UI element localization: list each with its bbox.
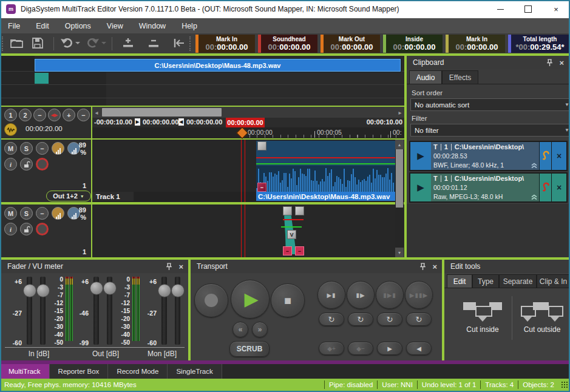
zoom-in-button[interactable] (120, 37, 136, 49)
overview-clip-track2[interactable] (35, 73, 49, 84)
scroll-right-arrow[interactable]: ▸ (396, 107, 404, 118)
clip-fade-handle[interactable] (257, 141, 266, 150)
clip-green-level-line[interactable] (256, 163, 395, 164)
cut-outside-button[interactable]: Cut outside (521, 301, 563, 337)
clip-prelisten-button[interactable] (539, 174, 551, 201)
playhead-line[interactable] (241, 204, 245, 257)
clip-green-level-line[interactable] (281, 226, 302, 228)
edit-tools-tab-edit[interactable]: Edit (447, 274, 472, 288)
collapse-chevrons-icon[interactable] (531, 194, 538, 200)
resize-grip[interactable] (561, 381, 568, 388)
scroll-left-arrow[interactable]: ◂ (92, 107, 101, 118)
clipboard-tab-effects[interactable]: Effects (442, 70, 478, 84)
zoom-preset-2-button[interactable]: 2 (19, 109, 32, 121)
clip-delete-button[interactable]: × (551, 142, 566, 170)
tab-record-mode[interactable]: Record Mode (108, 364, 168, 379)
collapse-chevrons-icon[interactable] (531, 163, 538, 169)
waveform-zoom-button[interactable] (4, 123, 17, 136)
mark-out-flag-icon[interactable]: ◀ (178, 118, 184, 126)
fader-knob[interactable] (171, 284, 185, 297)
maximize-button[interactable] (514, 0, 542, 18)
pin-icon[interactable] (546, 59, 553, 67)
vertical-scrollbar[interactable]: ▴ ▾ (395, 140, 404, 257)
track1-meter-orange-button[interactable] (52, 142, 64, 155)
track2-info-button[interactable]: i (4, 223, 17, 235)
tab-multitrack[interactable]: MultiTrack (0, 364, 50, 379)
track2-lock-button[interactable] (20, 223, 33, 235)
loop-button-3[interactable]: ↻ (377, 313, 402, 326)
menu-help[interactable]: Help (174, 18, 205, 33)
stop-button[interactable]: ■ (271, 283, 305, 317)
fader-knob[interactable] (103, 282, 117, 295)
cut-inside-button[interactable]: Cut inside (463, 301, 502, 337)
play-to-mark-button[interactable]: ▶▮ (317, 281, 345, 309)
clip-red-level-line[interactable] (283, 219, 304, 220)
redo-button[interactable] (86, 37, 106, 49)
track2-solo-button[interactable]: S (20, 207, 33, 220)
mark-in-flag-icon[interactable]: ▶ (135, 118, 140, 126)
track1-minimize-button[interactable]: − (36, 142, 49, 155)
horizontal-scrollbar-thumb[interactable] (102, 108, 222, 117)
play-button[interactable]: ▶ (231, 280, 270, 319)
ruler-ticks-row[interactable]: 00:00:00 00:00:05 00: (92, 127, 404, 138)
scrub-button[interactable]: SCRUB (229, 341, 270, 357)
loop-button-4[interactable]: ↻ (406, 313, 432, 326)
fader-knob[interactable] (36, 284, 50, 297)
edit-tools-tab-type[interactable]: Type (472, 274, 499, 288)
undo-dropdown-caret[interactable] (75, 42, 80, 44)
zoom-in-circle-button[interactable]: + (63, 109, 75, 121)
zoom-to-selection-button[interactable]: ◀▶ (48, 109, 61, 121)
track1-output-select[interactable]: Out 1+2 ▼ (46, 191, 91, 201)
track1-name-tab[interactable]: Track 1 (92, 192, 134, 201)
edit-tools-tab-separate[interactable]: Separate (499, 274, 537, 288)
clip-play-button[interactable]: ▶ (410, 174, 431, 201)
loop-button-2[interactable]: ↻ (348, 313, 373, 326)
menu-edit[interactable]: Edit (28, 18, 57, 33)
toolbar-grip[interactable] (2, 36, 4, 51)
menu-view[interactable]: View (99, 18, 131, 33)
pin-icon[interactable] (166, 263, 172, 271)
remove-marker-button[interactable]: ◆− (348, 342, 373, 355)
track2-lane[interactable]: V − − (92, 204, 395, 257)
track1-audio-clip[interactable]: − (256, 141, 395, 192)
sort-order-select[interactable]: No automatic sort ▼ (410, 98, 570, 111)
track1-lane[interactable]: − Track 1 C:\Users\nin\Desktop\Maus-48.m… (92, 140, 395, 202)
clipboard-item-2[interactable]: ▶ T 1 C:\Users\nin\Desktop\ 00:00:01.12 … (409, 172, 568, 203)
clipboard-tab-audio[interactable]: Audio (409, 70, 442, 84)
overview-clip-track1[interactable]: C:\Users\nin\Desktop\Maus-48.mp3.wav (35, 59, 401, 72)
track1-lock-button[interactable] (20, 158, 33, 171)
toolbar-grip[interactable] (189, 36, 192, 51)
tab-singletrack[interactable]: SingleTrack (168, 364, 222, 379)
close-panel-icon[interactable]: × (559, 58, 564, 67)
save-button[interactable] (32, 37, 44, 49)
clip-volume-handle[interactable]: V (287, 230, 296, 239)
minimize-button[interactable] (486, 0, 514, 18)
menu-file[interactable]: File (0, 18, 28, 33)
close-button[interactable]: × (542, 0, 570, 18)
clip-red-level-line[interactable] (256, 157, 395, 158)
nudge-forward-button[interactable]: » (252, 322, 268, 337)
clip-play-button[interactable]: ▶ (410, 142, 431, 170)
pin-icon[interactable] (419, 263, 426, 271)
fader-knob[interactable] (158, 284, 171, 297)
track1-solo-button[interactable]: S (20, 142, 33, 155)
add-marker-button[interactable]: ◆+ (319, 342, 344, 355)
nudge-back-button[interactable]: « (232, 322, 248, 337)
go-to-start-button[interactable] (172, 37, 186, 49)
track2-meter-orange-button[interactable] (52, 207, 64, 220)
fader-knob[interactable] (23, 284, 36, 297)
close-panel-icon[interactable]: × (432, 262, 437, 271)
zoom-preset-1-button[interactable]: 1 (4, 109, 17, 121)
undo-button[interactable] (60, 37, 80, 49)
clipboard-item-1[interactable]: ▶ T 1 C:\Users\nin\Desktop\ 00:00:28.53 … (409, 141, 568, 171)
track2-record-arm-button[interactable] (36, 223, 49, 235)
playhead-line[interactable] (241, 140, 245, 202)
zoom-out-circle-button[interactable]: − (77, 109, 90, 121)
zoom-minus-button[interactable]: − (33, 109, 46, 121)
open-button[interactable] (10, 37, 24, 49)
clip-marker-handle[interactable]: − (295, 246, 304, 255)
clip-gain-handle[interactable]: − (257, 183, 266, 192)
previous-marker-button[interactable]: ◀ (406, 342, 432, 355)
clip-fade-handle[interactable] (283, 206, 292, 215)
clip-prelisten-button[interactable] (539, 142, 551, 170)
